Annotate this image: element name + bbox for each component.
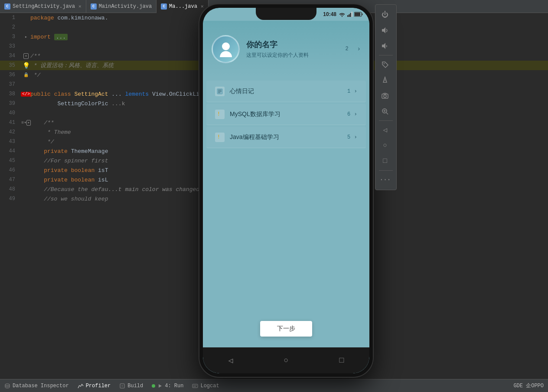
run-dot xyxy=(152,384,155,388)
phone-status-icons xyxy=(339,12,363,17)
profile-number: 2 xyxy=(345,46,348,52)
status-run[interactable]: 4: Run xyxy=(152,383,183,389)
line-content-36: */ xyxy=(30,72,40,78)
nav-back-button[interactable]: ◁ xyxy=(223,353,238,368)
list-item-java-text: Java编程基础学习 xyxy=(230,133,347,141)
list-item-diary[interactable]: 心情日记 1 › xyxy=(206,81,366,102)
warning-icon-java: ! xyxy=(217,134,221,140)
svg-point-0 xyxy=(342,16,342,17)
line-number-49: 49 xyxy=(0,196,22,202)
erase-button[interactable] xyxy=(375,72,395,88)
line-content-49: //so we should keep xyxy=(30,196,108,202)
list-item-mysql-icon: ! xyxy=(215,110,225,119)
tab-label-setting: SettingActivity.java xyxy=(13,3,75,10)
profiler-icon xyxy=(78,383,84,389)
status-build[interactable]: Build xyxy=(119,383,143,389)
nav-overview-button[interactable]: □ xyxy=(334,353,349,368)
nav-home-button[interactable]: ○ xyxy=(278,353,294,368)
status-logcat[interactable]: Logcat xyxy=(192,383,219,389)
list-item-mysql-arrow: › xyxy=(354,111,357,117)
more-button[interactable]: ··· xyxy=(375,172,395,188)
line-gutter-36: 🔒 xyxy=(22,72,30,78)
svg-marker-13 xyxy=(382,43,385,49)
tab-main-activity[interactable]: C MainActivity.java xyxy=(86,0,157,13)
profile-name: 你的名字 xyxy=(246,39,339,50)
line-content-2 xyxy=(30,24,34,31)
volume-up-button[interactable] xyxy=(375,23,395,38)
line-number-35: 35 xyxy=(0,62,22,68)
tab-label-main: MainActivity.java xyxy=(99,3,152,10)
tab-icon-ma: C xyxy=(161,3,167,10)
db-inspector-label: Database Inspector xyxy=(13,383,69,389)
battery-icon xyxy=(354,12,363,17)
build-label: Build xyxy=(127,383,143,389)
avatar-person-icon xyxy=(219,42,232,55)
ide-status-bar: Database Inspector Profiler Build 4: Run… xyxy=(0,379,548,392)
svg-rect-7 xyxy=(362,13,363,15)
volume-down-button[interactable] xyxy=(375,38,395,54)
profiler-label: Profiler xyxy=(86,383,111,389)
line-content-45: //For spinner first xyxy=(30,158,108,164)
tab-close-setting[interactable]: ✕ xyxy=(78,3,82,9)
phone-profile-info: 你的名字 这里可以设定你的个人资料 xyxy=(246,39,339,59)
power-icon: ⏻ xyxy=(382,11,388,19)
avatar-head xyxy=(222,42,230,50)
home-nav-button[interactable]: ○ xyxy=(375,138,395,153)
line-number-45: 45 xyxy=(0,158,22,164)
list-item-java-badge: 5 xyxy=(347,134,350,140)
line-content-3: import ... xyxy=(30,34,68,40)
line-number-36: 36 xyxy=(0,72,22,78)
volume-up-icon xyxy=(381,26,389,34)
svg-rect-2 xyxy=(349,14,350,17)
emulator-toolbar: ⏻ xyxy=(375,4,397,190)
build-icon xyxy=(119,383,125,389)
screenshot-button[interactable] xyxy=(375,88,395,104)
svg-marker-15 xyxy=(383,77,387,82)
line-number-44: 44 xyxy=(0,148,22,154)
line-content-43: */ xyxy=(30,139,54,145)
line-gutter-35: 💡 xyxy=(22,62,30,69)
svg-rect-4 xyxy=(352,12,353,17)
phone-profile-area[interactable]: 你的名字 这里可以设定你的个人资料 2 › xyxy=(203,21,369,77)
tag-button[interactable] xyxy=(375,57,395,72)
line-content-40 xyxy=(30,110,34,117)
tab-setting-activity[interactable]: C SettingActivity.java ✕ xyxy=(0,0,86,13)
line-content-41: /** xyxy=(30,120,54,126)
wifi-icon xyxy=(339,12,346,17)
back-nav-icon: ◁ xyxy=(383,126,387,134)
phone-nav-bar: ◁ ○ □ xyxy=(203,347,369,373)
svg-line-21 xyxy=(386,113,388,114)
status-db-inspector[interactable]: Database Inspector xyxy=(4,383,69,389)
list-item-java[interactable]: ! Java编程基础学习 5 › xyxy=(206,126,366,148)
svg-point-14 xyxy=(384,63,385,64)
run-label: 4: Run xyxy=(165,383,183,389)
line-content-1: package com.kiminonawa. xyxy=(30,15,108,21)
more-icon: ··· xyxy=(379,176,391,184)
line-number-1: 1 xyxy=(0,15,22,21)
line-number-48: 48 xyxy=(0,186,22,192)
line-number-3: 3 xyxy=(0,34,22,40)
run-icon xyxy=(157,383,163,389)
list-item-mysql[interactable]: ! MySQL数据库学习 6 › xyxy=(206,104,366,125)
line-number-37: 37 xyxy=(0,81,22,87)
status-profiler[interactable]: Profiler xyxy=(78,383,111,389)
line-number-43: 43 xyxy=(0,139,22,145)
logcat-label: Logcat xyxy=(200,383,219,389)
avatar-body xyxy=(220,51,232,57)
profile-subtitle: 这里可以设定你的个人资料 xyxy=(246,52,339,59)
svg-marker-27 xyxy=(159,384,162,388)
back-nav-button[interactable]: ◁ xyxy=(375,122,395,138)
power-button[interactable]: ⏻ xyxy=(375,7,395,23)
camera-icon xyxy=(381,92,389,100)
line-number-47: 47 xyxy=(0,177,22,183)
line-number-42: 42 xyxy=(0,129,22,135)
list-item-diary-arrow: › xyxy=(354,88,357,94)
line-content-35: * 设置活动：风格、语言、系统 xyxy=(30,62,114,69)
next-step-button[interactable]: 下一步 xyxy=(260,321,312,337)
overview-nav-button[interactable]: □ xyxy=(375,153,395,169)
line-content-44: private ThemeManage xyxy=(30,148,108,155)
svg-rect-28 xyxy=(192,384,198,388)
svg-rect-1 xyxy=(347,15,349,17)
zoom-button[interactable] xyxy=(375,104,395,119)
erase-icon xyxy=(381,76,389,84)
